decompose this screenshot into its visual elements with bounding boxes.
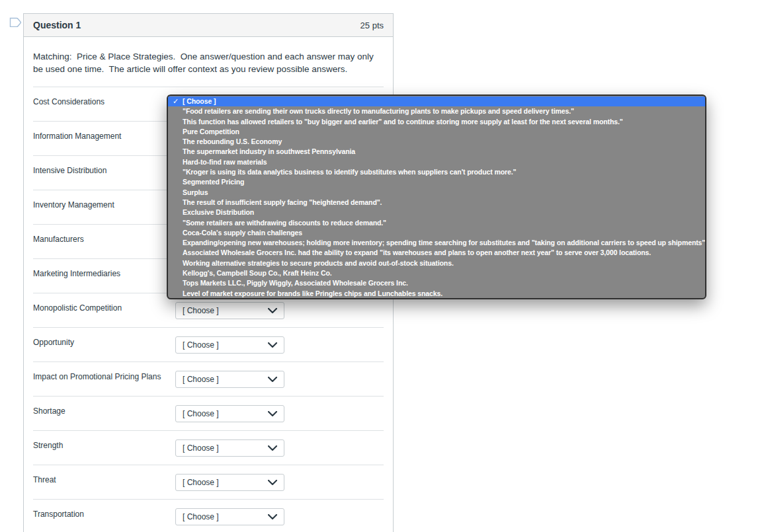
dropdown-option[interactable]: Associated Wholesale Grocers Inc. had th… xyxy=(168,248,705,258)
answer-select[interactable]: [ Choose ] xyxy=(175,508,284,525)
matching-row: Strength [ Choose ] xyxy=(33,430,384,465)
answer-select[interactable]: [ Choose ] xyxy=(175,302,284,319)
question-points: 25 pts xyxy=(360,20,384,30)
term-label: Intensive Distribution xyxy=(33,166,106,175)
matching-row: Impact on Promotional Pricing Plans [ Ch… xyxy=(33,361,384,396)
bookmark-icon xyxy=(9,17,22,27)
dropdown-option[interactable]: Working alternative strategies to secure… xyxy=(168,258,705,268)
answer-select[interactable]: [ Choose ] xyxy=(175,405,284,422)
term-label: Threat xyxy=(33,475,56,484)
dropdown-option[interactable]: The supermarket industry in southwest Pe… xyxy=(168,147,705,157)
dropdown-option[interactable]: "Some retailers are withdrawing discount… xyxy=(168,218,705,228)
dropdown-option[interactable]: This function has allowed retailers to "… xyxy=(168,117,705,127)
dropdown-option[interactable]: Coca-Cola's supply chain challenges xyxy=(168,228,705,238)
dropdown-option[interactable]: "Food retailers are sending their own tr… xyxy=(168,106,705,116)
chevron-down-icon xyxy=(268,514,277,519)
dropdown-option[interactable]: The rebounding U.S. Economy xyxy=(168,137,705,147)
dropdown-option[interactable]: Surplus xyxy=(168,188,705,198)
matching-row: Shortage [ Choose ] xyxy=(33,396,384,430)
term-label: Transportation xyxy=(33,510,84,519)
dropdown-option[interactable]: Tops Markets LLC., Piggly Wiggly, Associ… xyxy=(168,278,705,288)
term-label: Cost Considerations xyxy=(33,97,105,106)
dropdown-option-selected[interactable]: ✓ [ Choose ] xyxy=(168,96,705,106)
term-label: Marketing Intermediaries xyxy=(33,269,120,278)
chevron-down-icon xyxy=(268,411,277,416)
dropdown-option[interactable]: Kellogg's, Campbell Soup Co., Kraft Hein… xyxy=(168,268,705,278)
dropdown-option[interactable]: Exclusive Distribution xyxy=(168,208,705,217)
dropdown-option[interactable]: Level of market exposure for brands like… xyxy=(168,289,705,299)
dropdown-option[interactable]: "Kroger is using its data analytics busi… xyxy=(168,167,705,177)
checkmark-icon: ✓ xyxy=(173,96,179,106)
chevron-down-icon xyxy=(268,480,277,485)
dropdown-option[interactable]: Hard-to-find raw materials xyxy=(168,157,705,167)
question-header: Question 1 25 pts xyxy=(24,14,393,37)
dropdown-option[interactable]: Expanding/opening new warehouses; holdin… xyxy=(168,238,705,248)
matching-row: Threat [ Choose ] xyxy=(33,465,384,499)
term-label: Manufacturers xyxy=(33,235,84,244)
term-label: Opportunity xyxy=(33,338,74,347)
question-description: Matching: Price & Place Strategies. One … xyxy=(33,50,384,75)
chevron-down-icon xyxy=(268,342,277,348)
matching-row: Transportation [ Choose ] xyxy=(33,499,384,532)
chevron-down-icon xyxy=(268,445,277,451)
dropdown-option[interactable]: Pure Competition xyxy=(168,127,705,137)
term-label: Monopolistic Competition xyxy=(33,303,122,313)
term-label: Inventory Management xyxy=(33,200,114,209)
matching-row: Opportunity [ Choose ] xyxy=(33,327,384,361)
term-label: Shortage xyxy=(33,406,65,416)
answer-select[interactable]: [ Choose ] xyxy=(175,439,284,457)
answer-select[interactable]: [ Choose ] xyxy=(175,336,284,354)
answer-select[interactable]: [ Choose ] xyxy=(175,474,284,491)
chevron-down-icon xyxy=(268,377,277,382)
term-label: Strength xyxy=(33,441,63,450)
question-title: Question 1 xyxy=(33,20,81,30)
term-label: Impact on Promotional Pricing Plans xyxy=(33,372,161,381)
dropdown-option[interactable]: The result of insufficient supply facing… xyxy=(168,198,705,208)
flag-question-icon[interactable] xyxy=(8,17,22,29)
term-label: Information Management xyxy=(33,132,121,141)
dropdown-option[interactable]: Segmented Pricing xyxy=(168,177,705,187)
chevron-down-icon xyxy=(268,308,277,313)
answer-select[interactable]: [ Choose ] xyxy=(175,371,284,388)
open-select-menu: ✓ [ Choose ] "Food retailers are sending… xyxy=(167,95,706,299)
